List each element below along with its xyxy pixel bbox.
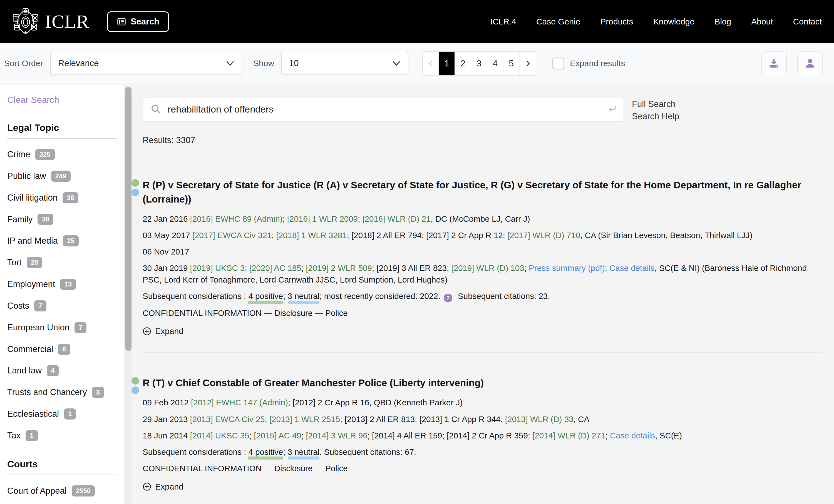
neutral-considerations: 3 neutral (288, 292, 320, 304)
filter-count-badge: 325 (35, 149, 55, 160)
nav-item-iclr-4[interactable]: ICLR.4 (490, 17, 516, 26)
filter-count-badge: 6 (58, 344, 70, 355)
nav-item-about[interactable]: About (751, 17, 773, 26)
case-title-link[interactable]: R (T) v Chief Constable of Greater Manch… (142, 376, 822, 390)
citation-link[interactable]: [2017] WLR (D) 710 (507, 231, 580, 240)
document-link[interactable]: Press summary (pdf) (529, 264, 605, 273)
return-icon[interactable] (607, 104, 617, 114)
filter-count-badge: 25 (63, 235, 79, 247)
result-indicator-dots (131, 377, 139, 394)
filter-label: European Union (7, 322, 69, 334)
filter-count-badge: 1 (64, 408, 76, 419)
citation-text: Subsequent considerations : (142, 292, 248, 301)
sort-order-select[interactable]: Relevance (50, 52, 242, 75)
page-button-5[interactable]: 5 (503, 52, 520, 75)
filter-employment[interactable]: Employment13 (7, 278, 117, 290)
expand-results-checkbox[interactable] (552, 58, 564, 69)
citation-text: 22 Jan 2016 (142, 214, 190, 223)
citation-text: ; [2019] 3 All ER 823; (372, 264, 451, 273)
page-button-2[interactable]: 2 (455, 52, 471, 75)
filter-court-of-appeal[interactable]: Court of Appeal2550 (7, 485, 117, 497)
citation-link[interactable]: [2012] EWHC 147 (Admin) (191, 398, 288, 407)
page-button-4[interactable]: 4 (487, 52, 503, 75)
page-button-1[interactable]: 1 (439, 52, 455, 75)
user-icon (804, 57, 816, 69)
iclr-logo[interactable]: ICLR (12, 7, 89, 36)
citation-link[interactable]: [2016] WLR (D) 21 (362, 214, 431, 223)
considerations-row: Subsequent considerations : 4 positive; … (142, 446, 822, 458)
citation-link[interactable]: [2018] 1 WLR 3281 (276, 231, 347, 240)
account-button[interactable] (797, 51, 823, 75)
filter-civil-litigation[interactable]: Civil litigation38 (7, 192, 117, 204)
download-button[interactable] (761, 51, 787, 75)
citation-link[interactable]: [2013] WLR (D) 33 (505, 415, 573, 424)
filter-tax[interactable]: Tax1 (7, 430, 117, 441)
subject-matter-row: CONFIDENTIAL INFORMATION — Disclosure — … (142, 463, 822, 474)
filter-tort[interactable]: Tort20 (7, 257, 117, 268)
citation-link[interactable]: [2013] 1 WLR 2515 (269, 415, 340, 424)
citation-row: 03 May 2017 [2017] EWCA Civ 321; [2018] … (142, 229, 822, 241)
prev-page-button[interactable] (423, 52, 439, 75)
results-count: Results: 3307 (142, 135, 822, 145)
expand-plus-icon (142, 327, 151, 336)
filter-land-law[interactable]: Land law4 (7, 365, 117, 376)
filter-costs[interactable]: Costs7 (7, 300, 117, 312)
filter-count-badge: 7 (74, 322, 86, 333)
show-select[interactable]: 10 (281, 52, 409, 75)
nav-item-products[interactable]: Products (600, 17, 633, 26)
page-button-3[interactable]: 3 (471, 52, 487, 75)
filter-count-badge: 1 (26, 430, 38, 441)
search-input[interactable] (167, 104, 607, 115)
filter-commercial[interactable]: Commercial6 (7, 343, 117, 355)
filter-ecclesiastical[interactable]: Ecclesiastical1 (7, 408, 117, 420)
expand-button[interactable]: Expand (142, 326, 822, 336)
citation-text: ; [2014] 4 All ER 159; [2014] 2 Cr App R… (368, 431, 533, 440)
nav-item-contact[interactable]: Contact (793, 17, 822, 26)
citation-link[interactable]: [2014] UKSC 35 (190, 431, 249, 440)
citation-link[interactable]: [2019] 2 WLR 509 (306, 264, 372, 273)
citation-row: 30 Jan 2019 [2019] UKSC 3; [2020] AC 185… (142, 262, 822, 285)
filter-label: Public law (7, 170, 46, 182)
expand-label: Expand (155, 482, 183, 491)
search-help-link[interactable]: Search Help (632, 111, 679, 121)
filter-european-union[interactable]: European Union7 (7, 322, 117, 334)
filter-family[interactable]: Family38 (7, 214, 117, 225)
filter-public-law[interactable]: Public law249 (7, 170, 117, 182)
citation-link[interactable]: [2014] WLR (D) 271 (532, 431, 605, 440)
green-dot-icon (131, 377, 139, 385)
full-search-link[interactable]: Full Search (632, 99, 679, 109)
clear-search-link[interactable]: Clear Search (7, 95, 59, 105)
filter-trusts-and-chancery[interactable]: Trusts and Chancery3 (7, 387, 117, 398)
citation-link[interactable]: [2016] EWHC 89 (Admin) (190, 214, 283, 223)
citation-link[interactable]: [2015] AC 49 (254, 431, 301, 440)
case-title-link[interactable]: R (P) v Secretary of State for Justice (… (142, 178, 822, 206)
citation-link[interactable]: [2020] AC 185 (249, 264, 301, 273)
citation-row: 18 Jun 2014 [2014] UKSC 35; [2015] AC 49… (142, 430, 822, 441)
expand-button[interactable]: Expand (142, 482, 822, 491)
nav-item-knowledge[interactable]: Knowledge (653, 17, 695, 26)
sidebar-scrollbar-thumb[interactable] (125, 87, 131, 351)
citation-link[interactable]: [2014] 3 WLR 96 (306, 431, 367, 440)
citation-link[interactable]: [2013] EWCA Civ 25 (190, 415, 265, 424)
considerations-row: Subsequent considerations : 4 positive; … (142, 290, 822, 302)
citation-text: , DC (McCombe LJ, Carr J) (431, 214, 530, 223)
citation-text: 09 Feb 2012 (142, 398, 191, 407)
filter-label: IP and Media (7, 235, 58, 247)
filter-label: Land law (7, 365, 42, 376)
filter-ip-and-media[interactable]: IP and Media25 (7, 235, 117, 247)
citation-link[interactable]: [2019] WLR (D) 103 (451, 264, 524, 273)
next-page-button[interactable] (520, 52, 536, 75)
filter-crime[interactable]: Crime325 (7, 148, 117, 160)
section-title-legal-topic: Legal Topic (7, 122, 117, 139)
citation-link[interactable]: [2016] 1 WLR 2009 (287, 214, 358, 223)
header-search-button[interactable]: Search (107, 12, 169, 32)
document-link[interactable]: Case details (610, 431, 655, 440)
help-question-icon[interactable]: ? (444, 294, 452, 302)
citation-link[interactable]: [2019] UKSC 3 (190, 264, 245, 273)
document-link[interactable]: Case details (609, 264, 654, 273)
filter-label: Crime (7, 148, 30, 160)
nav-item-case-genie[interactable]: Case Genie (536, 17, 580, 26)
nav-item-blog[interactable]: Blog (715, 17, 731, 26)
citation-link[interactable]: [2017] EWCA Civ 321 (192, 231, 271, 240)
chevron-down-icon (226, 61, 234, 66)
